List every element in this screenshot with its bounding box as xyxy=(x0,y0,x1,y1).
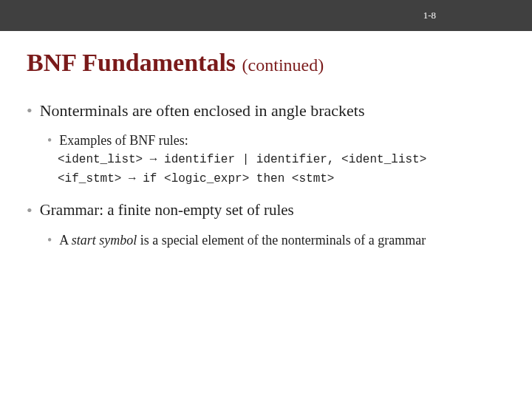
title-sub: (continued) xyxy=(242,55,324,75)
bullet-text: Examples of BNF rules: xyxy=(59,132,188,149)
bullet-dot-icon: • xyxy=(27,100,33,122)
bullet-text: A start symbol is a special element of t… xyxy=(59,232,426,249)
header-bar: 1-8 xyxy=(0,0,532,31)
bullet-nonterminals: • Nonterminals are often enclosed in ang… xyxy=(27,100,505,122)
bullet-dot-icon: • xyxy=(47,232,52,249)
page-number: 1-8 xyxy=(423,10,436,21)
bullet-text: Nonterminals are often enclosed in angle… xyxy=(40,100,365,122)
slide-content: • Nonterminals are often enclosed in ang… xyxy=(0,86,532,249)
bullet-examples-label: • Examples of BNF rules: xyxy=(47,132,505,149)
bullet-grammar: • Grammar: a finite non-empty set of rul… xyxy=(27,200,505,222)
code-line-2: <if_stmt> → if <logic_expr> then <stmt> xyxy=(58,171,505,188)
bullet-dot-icon: • xyxy=(27,200,33,222)
start-symbol-italic: start symbol xyxy=(72,233,137,248)
slide-title: BNF Fundamentals (continued) xyxy=(0,31,532,86)
bullet-dot-icon: • xyxy=(47,132,52,149)
bullet-text: Grammar: a finite non-empty set of rules xyxy=(40,200,294,222)
bullet-start-symbol: • A start symbol is a special element of… xyxy=(47,232,505,249)
title-main: BNF Fundamentals xyxy=(27,49,242,76)
start-symbol-prefix: A xyxy=(59,233,72,248)
code-line-1: <ident_list> → identifier | identifier, … xyxy=(58,152,505,168)
start-symbol-suffix: is a special element of the nonterminals… xyxy=(137,233,426,248)
